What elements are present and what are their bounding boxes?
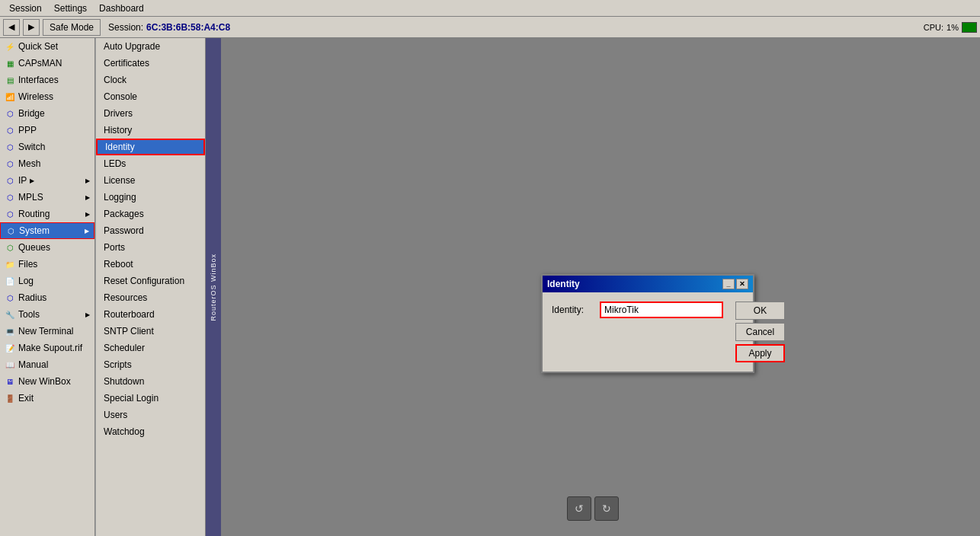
quick-set-icon: ⚡ xyxy=(5,41,15,52)
submenu: Auto Upgrade Certificates Clock Console … xyxy=(95,38,206,536)
sidebar-item-radius[interactable]: ⬡ Radius xyxy=(0,289,94,306)
sidebar-item-ppp[interactable]: ⬡ PPP xyxy=(0,122,94,139)
forward-button[interactable]: ▶ xyxy=(23,19,40,36)
wireless-icon: 📶 xyxy=(5,91,15,102)
sidebar-label-new-terminal: New Terminal xyxy=(18,326,73,337)
submenu-item-console[interactable]: Console xyxy=(96,88,205,105)
safe-mode-button[interactable]: Safe Mode xyxy=(43,19,101,36)
tools-icon: 🔧 xyxy=(5,309,15,320)
sidebar-item-new-terminal[interactable]: 💻 New Terminal xyxy=(0,323,94,340)
identity-input[interactable] xyxy=(600,302,723,318)
submenu-item-certificates[interactable]: Certificates xyxy=(96,55,205,72)
sidebar-item-log[interactable]: 📄 Log xyxy=(0,273,94,289)
submenu-item-identity[interactable]: Identity xyxy=(96,139,205,155)
cpu-bar xyxy=(962,22,977,33)
switch-icon: ⬡ xyxy=(5,142,15,152)
sidebar-item-wireless[interactable]: 📶 Wireless xyxy=(0,88,94,105)
submenu-item-clock[interactable]: Clock xyxy=(96,72,205,88)
sidebar-item-mpls[interactable]: ⬡ MPLS ▶ xyxy=(0,189,94,206)
submenu-item-packages[interactable]: Packages xyxy=(96,206,205,222)
sidebar-item-exit[interactable]: 🚪 Exit xyxy=(0,390,94,407)
submenu-item-special-login[interactable]: Special Login xyxy=(96,390,205,407)
sidebar-label-exit: Exit xyxy=(18,393,34,404)
session-value: 6C:3B:6B:58:A4:C8 xyxy=(146,22,230,33)
submenu-item-drivers[interactable]: Drivers xyxy=(96,105,205,122)
sidebar-item-tools[interactable]: 🔧 Tools ▶ xyxy=(0,306,94,323)
submenu-item-shutdown[interactable]: Shutdown xyxy=(96,373,205,390)
sidebar-label-files: Files xyxy=(18,259,37,270)
submenu-item-reset-config[interactable]: Reset Configuration xyxy=(96,273,205,289)
sidebar-item-bridge[interactable]: ⬡ Bridge xyxy=(0,105,94,122)
bottom-bar: ↺ ↻ xyxy=(567,496,619,521)
ip-arrow-icon: ▶ xyxy=(30,177,34,184)
toolbar: ◀ ▶ Safe Mode Session: 6C:3B:6B:58:A4:C8… xyxy=(0,17,980,38)
back-button[interactable]: ◀ xyxy=(3,19,20,36)
sidebar-item-files[interactable]: 📁 Files xyxy=(0,256,94,273)
dialog-close-button[interactable]: ✕ xyxy=(736,279,748,289)
forward-icon: ▶ xyxy=(28,22,34,32)
sidebar-item-queues[interactable]: ⬡ Queues xyxy=(0,239,94,256)
sidebar-item-routing[interactable]: ⬡ Routing ▶ xyxy=(0,206,94,222)
refresh-button[interactable]: ↺ xyxy=(567,496,591,521)
sidebar-item-interfaces[interactable]: ▤ Interfaces xyxy=(0,72,94,88)
sidebar: ⚡ Quick Set ▦ CAPsMAN ▤ Interfaces 📶 Wir… xyxy=(0,38,95,536)
dialog-form-area: Identity: OK Cancel Apply xyxy=(552,302,744,362)
sidebar-item-manual[interactable]: 📖 Manual xyxy=(0,356,94,373)
submenu-item-logging[interactable]: Logging xyxy=(96,189,205,206)
dialog-title: Identity xyxy=(547,279,580,289)
sidebar-item-mesh[interactable]: ⬡ Mesh xyxy=(0,155,94,172)
menu-settings[interactable]: Settings xyxy=(48,2,93,15)
bridge-icon: ⬡ xyxy=(5,108,15,119)
sidebar-label-queues: Queues xyxy=(18,242,50,253)
sidebar-label-new-winbox: New WinBox xyxy=(18,376,71,387)
sidebar-label-mesh: Mesh xyxy=(18,158,40,169)
ip-icon: ⬡ xyxy=(5,175,15,186)
sidebar-item-make-supout[interactable]: 📝 Make Supout.rif xyxy=(0,340,94,356)
queues-icon: ⬡ xyxy=(5,242,15,253)
reload-icon: ↻ xyxy=(602,502,611,515)
sidebar-item-ip[interactable]: ⬡ IP ▶ xyxy=(0,172,94,189)
submenu-item-users[interactable]: Users xyxy=(96,407,205,423)
sidebar-label-log: Log xyxy=(18,276,34,286)
sidebar-label-make-supout: Make Supout.rif xyxy=(18,343,82,353)
menu-dashboard[interactable]: Dashboard xyxy=(93,2,150,15)
sidebar-item-quick-set[interactable]: ⚡ Quick Set xyxy=(0,38,94,55)
submenu-item-ports[interactable]: Ports xyxy=(96,239,205,256)
dialog-titlebar: Identity _ ✕ xyxy=(543,276,753,292)
submenu-item-routerboard[interactable]: Routerboard xyxy=(96,306,205,323)
new-terminal-icon: 💻 xyxy=(5,326,15,337)
make-supout-icon: 📝 xyxy=(5,343,15,353)
sidebar-label-bridge: Bridge xyxy=(18,108,45,119)
submenu-item-reboot[interactable]: Reboot xyxy=(96,256,205,273)
manual-icon: 📖 xyxy=(5,359,15,370)
submenu-item-watchdog[interactable]: Watchdog xyxy=(96,423,205,440)
submenu-item-auto-upgrade[interactable]: Auto Upgrade xyxy=(96,38,205,55)
sidebar-item-new-winbox[interactable]: 🖥 New WinBox xyxy=(0,373,94,390)
sidebar-label-switch: Switch xyxy=(18,142,45,152)
submenu-item-resources[interactable]: Resources xyxy=(96,289,205,306)
submenu-item-leds[interactable]: LEDs xyxy=(96,155,205,172)
main-layout: ⚡ Quick Set ▦ CAPsMAN ▤ Interfaces 📶 Wir… xyxy=(0,38,980,536)
cpu-label: CPU: xyxy=(924,23,943,32)
system-icon: ⬡ xyxy=(5,225,16,236)
submenu-item-scripts[interactable]: Scripts xyxy=(96,356,205,373)
sidebar-item-switch[interactable]: ⬡ Switch xyxy=(0,139,94,155)
sidebar-label-interfaces: Interfaces xyxy=(18,75,59,85)
dialog-fields: Identity: xyxy=(552,302,723,318)
apply-button[interactable]: Apply xyxy=(735,344,785,362)
submenu-item-sntp-client[interactable]: SNTP Client xyxy=(96,323,205,340)
refresh-icon: ↺ xyxy=(575,502,584,515)
mpls-icon: ⬡ xyxy=(5,192,15,203)
cancel-button[interactable]: Cancel xyxy=(735,323,785,341)
dialog-minimize-button[interactable]: _ xyxy=(722,279,735,289)
submenu-item-history[interactable]: History xyxy=(96,122,205,139)
sidebar-item-capsman[interactable]: ▦ CAPsMAN xyxy=(0,55,94,72)
submenu-item-license[interactable]: License xyxy=(96,172,205,189)
sidebar-item-system[interactable]: ⬡ System ▶ xyxy=(0,222,94,239)
menu-session[interactable]: Session xyxy=(3,2,48,15)
ok-button[interactable]: OK xyxy=(735,302,785,320)
submenu-item-password[interactable]: Password xyxy=(96,222,205,239)
routeros-text: RouterOS WinBox xyxy=(210,254,217,321)
submenu-item-scheduler[interactable]: Scheduler xyxy=(96,340,205,356)
reload-button[interactable]: ↻ xyxy=(594,496,619,521)
